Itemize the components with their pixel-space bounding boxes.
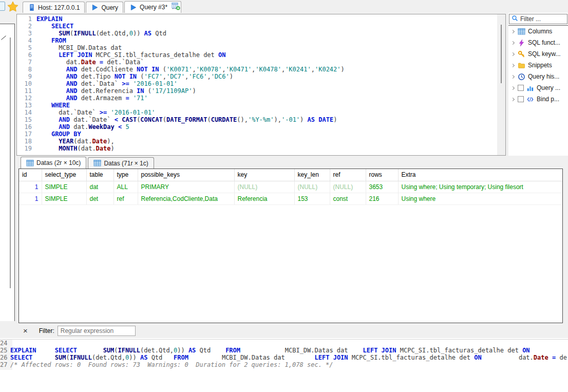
sidebar-item-query-his[interactable]: Query his... bbox=[508, 71, 568, 82]
token: IFNULL bbox=[70, 354, 92, 361]
token: MONTH bbox=[59, 145, 77, 152]
sidebar-item-query[interactable]: Query ... bbox=[508, 82, 568, 94]
token: CONCAT bbox=[140, 116, 162, 123]
editor-scrollbar-thumb[interactable] bbox=[501, 25, 502, 83]
chevron-right-icon[interactable] bbox=[511, 29, 515, 33]
sql-editor-code[interactable]: 1EXPLAIN2 SELECT3 SUM(IFNULL(det.Qtd,0))… bbox=[17, 15, 497, 155]
line-number: 26 bbox=[0, 354, 10, 361]
column-header-rows[interactable]: rows bbox=[366, 169, 398, 181]
sidebar-item-snippets[interactable]: Snippets bbox=[508, 60, 568, 71]
chevron-right-icon[interactable] bbox=[511, 52, 515, 55]
cell-key-len[interactable]: 153 bbox=[294, 193, 330, 204]
code-line: 19 MONTH(dat.Date) bbox=[17, 145, 497, 152]
table-row[interactable]: 1SIMPLEdetrefReferencia,CodCliente,DataR… bbox=[19, 193, 562, 204]
checkbox[interactable] bbox=[518, 96, 524, 102]
search-icon bbox=[512, 15, 518, 23]
tab-query[interactable]: Query bbox=[86, 2, 123, 13]
cell-select-type[interactable]: SIMPLE bbox=[42, 193, 86, 204]
token bbox=[129, 80, 133, 87]
table-row[interactable]: 1SIMPLEdatALLPRIMARY(NULL)(NULL)(NULL)36… bbox=[19, 181, 562, 193]
chevron-right-icon[interactable] bbox=[511, 97, 515, 101]
sidebar-item-sql-keyw[interactable]: SQL keyw... bbox=[508, 48, 568, 60]
token: )) bbox=[133, 30, 144, 37]
result-tab-datas-2r-10c[interactable]: Datas (2r × 10c) bbox=[21, 157, 86, 169]
cell-possible-keys[interactable]: PRIMARY bbox=[138, 181, 234, 193]
cell-table[interactable]: det bbox=[86, 193, 113, 204]
cell-id[interactable]: 1 bbox=[19, 193, 42, 204]
cell-select-type[interactable]: SIMPLE bbox=[42, 181, 86, 193]
cell-type[interactable]: ref bbox=[113, 193, 138, 204]
token: , bbox=[163, 73, 166, 80]
token: EXPLAIN bbox=[36, 15, 63, 23]
line-number: 17 bbox=[17, 130, 36, 138]
token: MCPC_SI.tbl_facturas_detalhe det bbox=[396, 347, 522, 354]
token: NOT IN bbox=[115, 73, 137, 80]
checkbox[interactable] bbox=[518, 85, 524, 91]
cell-ref[interactable]: const bbox=[330, 193, 366, 204]
column-header-key-len[interactable]: key_len bbox=[294, 169, 330, 181]
code-line: 9 AND det.Tipo NOT IN ('FC7','DC7','FC6'… bbox=[17, 73, 497, 80]
token: ) bbox=[230, 73, 233, 80]
sql-editor[interactable]: 1EXPLAIN2 SELECT3 SUM(IFNULL(det.Qtd,0))… bbox=[16, 14, 506, 156]
result-grid[interactable]: idselect_typetabletypepossible_keyskeyke… bbox=[18, 169, 563, 323]
line-text: WHERE bbox=[36, 102, 70, 109]
grid-filter-input[interactable] bbox=[58, 326, 136, 336]
key-icon bbox=[518, 50, 525, 58]
line-number: 11 bbox=[17, 87, 36, 95]
filter-close-icon[interactable]: × bbox=[23, 328, 28, 334]
token: Qtd bbox=[152, 30, 166, 37]
token: 'K0471' bbox=[226, 66, 252, 73]
column-header-id[interactable]: id bbox=[19, 169, 42, 181]
editor-scrollbar-track[interactable] bbox=[497, 14, 505, 155]
token: '-01' bbox=[281, 116, 300, 123]
chevron-right-icon[interactable] bbox=[511, 74, 515, 78]
cell-id[interactable]: 1 bbox=[19, 181, 42, 193]
cell-possible-keys[interactable]: Referencia,CodCliente,Data bbox=[138, 193, 234, 204]
line-text: SUM(IFNULL(det.Qtd,0)) AS Qtd bbox=[36, 30, 166, 37]
token: ( bbox=[207, 116, 211, 123]
tree-scrollbar[interactable] bbox=[10, 38, 11, 288]
token bbox=[36, 123, 59, 130]
token bbox=[36, 347, 55, 354]
grid-header-row[interactable]: idselect_typetabletypepossible_keyskeyke… bbox=[19, 169, 562, 181]
column-header-type[interactable]: type bbox=[113, 169, 138, 181]
sidebar-filter-box[interactable]: Filter ... bbox=[509, 14, 567, 24]
chevron-right-icon[interactable] bbox=[511, 41, 515, 44]
session-tree-strip[interactable] bbox=[0, 24, 15, 321]
sidebar-item-label: SQL funct... bbox=[528, 39, 560, 46]
cell-key-len[interactable]: (NULL) bbox=[294, 181, 330, 193]
token: MCBI_DW.Datas dat bbox=[240, 347, 363, 354]
column-header-ref[interactable]: ref bbox=[330, 169, 366, 181]
result-tab-datas-71r-1c[interactable]: Datas (71r × 1c) bbox=[88, 157, 154, 169]
cell-key[interactable]: (NULL) bbox=[234, 181, 294, 193]
new-query-tab-button[interactable] bbox=[172, 2, 182, 12]
tab-host[interactable]: Host: 127.0.0.1 bbox=[23, 2, 85, 13]
play-icon bbox=[91, 4, 99, 11]
cell-key[interactable]: Referencia bbox=[234, 193, 294, 204]
sidebar-item-bind-p[interactable]: Bind p... bbox=[508, 94, 568, 105]
column-header-table[interactable]: table bbox=[86, 169, 113, 181]
column-header-select-type[interactable]: select_type bbox=[42, 169, 86, 181]
cell-type[interactable]: ALL bbox=[113, 181, 138, 193]
cell-extra[interactable]: Using where; Using temporary; Using file… bbox=[398, 181, 562, 193]
query-log-panel[interactable]: 2425EXPLAIN SELECT SUM(IFNULL(det.Qtd,0)… bbox=[0, 339, 568, 370]
cell-ref[interactable]: (NULL) bbox=[330, 181, 366, 193]
token: AS bbox=[144, 30, 152, 37]
sidebar-item-columns[interactable]: Columns bbox=[508, 26, 568, 37]
token: ) bbox=[333, 116, 337, 123]
column-header-possible-keys[interactable]: possible_keys bbox=[138, 169, 234, 181]
cell-rows[interactable]: 3653 bbox=[366, 181, 398, 193]
token bbox=[36, 87, 66, 95]
column-header-key[interactable]: key bbox=[234, 169, 294, 181]
column-header-extra[interactable]: Extra bbox=[398, 169, 562, 181]
chevron-right-icon[interactable] bbox=[511, 86, 515, 89]
token: IFNULL bbox=[73, 30, 96, 37]
cell-rows[interactable]: 216 bbox=[366, 193, 398, 204]
play-icon bbox=[129, 4, 137, 11]
chevron-right-icon[interactable] bbox=[511, 63, 515, 67]
token bbox=[36, 66, 66, 73]
cell-table[interactable]: dat bbox=[86, 181, 113, 193]
line-number: 18 bbox=[17, 138, 36, 145]
sidebar-item-sql-funct[interactable]: SQL funct... bbox=[508, 37, 568, 48]
cell-extra[interactable]: Using where bbox=[398, 193, 562, 204]
